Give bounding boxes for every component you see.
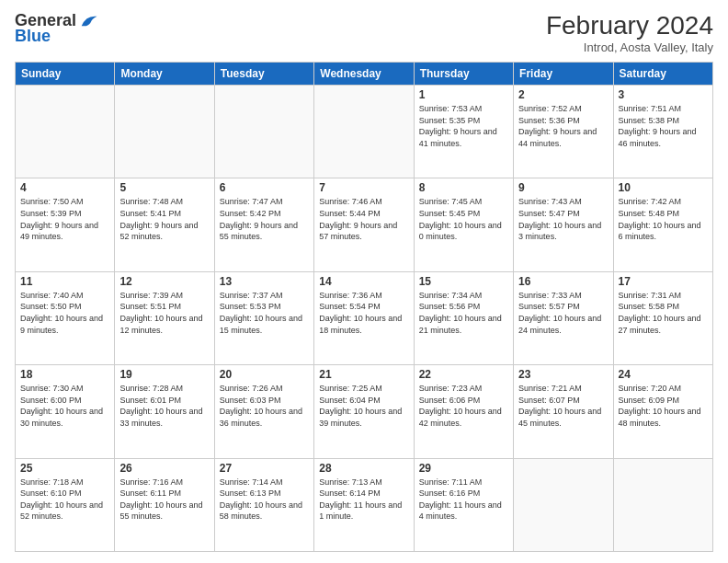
- day-info: Sunrise: 7:43 AM Sunset: 5:47 PM Dayligh…: [518, 196, 608, 242]
- day-info: Sunrise: 7:45 AM Sunset: 5:45 PM Dayligh…: [419, 196, 508, 242]
- logo-text-blue: Blue: [15, 28, 51, 46]
- day-number: 7: [319, 181, 408, 194]
- calendar-cell: 6Sunrise: 7:47 AM Sunset: 5:42 PM Daylig…: [214, 178, 313, 271]
- calendar-week-3: 11Sunrise: 7:40 AM Sunset: 5:50 PM Dayli…: [16, 271, 713, 364]
- calendar-cell: [514, 458, 613, 551]
- calendar-cell: 27Sunrise: 7:14 AM Sunset: 6:13 PM Dayli…: [214, 458, 313, 551]
- calendar-cell: 26Sunrise: 7:16 AM Sunset: 6:11 PM Dayli…: [115, 458, 214, 551]
- main-title: February 2024: [546, 11, 713, 40]
- day-info: Sunrise: 7:53 AM Sunset: 5:35 PM Dayligh…: [419, 103, 508, 149]
- calendar-cell: 2Sunrise: 7:52 AM Sunset: 5:36 PM Daylig…: [514, 86, 613, 178]
- calendar-cell: 7Sunrise: 7:46 AM Sunset: 5:44 PM Daylig…: [314, 178, 414, 271]
- calendar: Sunday Monday Tuesday Wednesday Thursday…: [15, 62, 713, 552]
- day-number: 28: [319, 462, 408, 475]
- calendar-header-row: Sunday Monday Tuesday Wednesday Thursday…: [16, 63, 713, 86]
- calendar-cell: [314, 86, 414, 178]
- calendar-cell: 11Sunrise: 7:40 AM Sunset: 5:50 PM Dayli…: [16, 271, 115, 364]
- calendar-cell: 9Sunrise: 7:43 AM Sunset: 5:47 PM Daylig…: [514, 178, 613, 271]
- day-number: 14: [319, 275, 408, 288]
- calendar-cell: 8Sunrise: 7:45 AM Sunset: 5:45 PM Daylig…: [414, 178, 513, 271]
- day-info: Sunrise: 7:48 AM Sunset: 5:41 PM Dayligh…: [119, 196, 209, 242]
- calendar-cell: 28Sunrise: 7:13 AM Sunset: 6:14 PM Dayli…: [314, 458, 414, 551]
- calendar-cell: [115, 86, 214, 178]
- calendar-cell: 12Sunrise: 7:39 AM Sunset: 5:51 PM Dayli…: [115, 271, 214, 364]
- col-sunday: Sunday: [16, 63, 115, 86]
- calendar-cell: 4Sunrise: 7:50 AM Sunset: 5:39 PM Daylig…: [16, 178, 115, 271]
- day-number: 24: [619, 368, 708, 381]
- calendar-cell: 3Sunrise: 7:51 AM Sunset: 5:38 PM Daylig…: [613, 86, 712, 178]
- calendar-cell: 13Sunrise: 7:37 AM Sunset: 5:53 PM Dayli…: [214, 271, 313, 364]
- day-number: 12: [119, 275, 209, 288]
- calendar-cell: 25Sunrise: 7:18 AM Sunset: 6:10 PM Dayli…: [16, 458, 115, 551]
- day-number: 13: [220, 275, 309, 288]
- day-info: Sunrise: 7:34 AM Sunset: 5:56 PM Dayligh…: [419, 290, 508, 336]
- day-number: 2: [518, 88, 608, 101]
- day-number: 4: [20, 181, 109, 194]
- day-number: 20: [220, 368, 309, 381]
- calendar-week-5: 25Sunrise: 7:18 AM Sunset: 6:10 PM Dayli…: [16, 458, 713, 551]
- day-number: 23: [518, 368, 608, 381]
- day-number: 25: [20, 462, 109, 475]
- day-number: 15: [419, 275, 508, 288]
- calendar-cell: 21Sunrise: 7:25 AM Sunset: 6:04 PM Dayli…: [314, 365, 414, 458]
- calendar-cell: 15Sunrise: 7:34 AM Sunset: 5:56 PM Dayli…: [414, 271, 513, 364]
- day-info: Sunrise: 7:20 AM Sunset: 6:09 PM Dayligh…: [619, 383, 708, 429]
- day-number: 29: [419, 462, 508, 475]
- calendar-cell: [613, 458, 712, 551]
- calendar-week-1: 1Sunrise: 7:53 AM Sunset: 5:35 PM Daylig…: [16, 86, 713, 178]
- header: General Blue February 2024 Introd, Aosta…: [15, 11, 713, 54]
- day-info: Sunrise: 7:16 AM Sunset: 6:11 PM Dayligh…: [119, 477, 209, 523]
- day-number: 18: [20, 368, 109, 381]
- calendar-cell: 29Sunrise: 7:11 AM Sunset: 6:16 PM Dayli…: [414, 458, 513, 551]
- day-number: 26: [119, 462, 209, 475]
- day-number: 1: [419, 88, 508, 101]
- calendar-cell: 24Sunrise: 7:20 AM Sunset: 6:09 PM Dayli…: [613, 365, 712, 458]
- day-info: Sunrise: 7:26 AM Sunset: 6:03 PM Dayligh…: [220, 383, 309, 429]
- col-saturday: Saturday: [613, 63, 712, 86]
- day-info: Sunrise: 7:13 AM Sunset: 6:14 PM Dayligh…: [319, 477, 408, 523]
- day-info: Sunrise: 7:40 AM Sunset: 5:50 PM Dayligh…: [20, 290, 109, 336]
- calendar-cell: [214, 86, 313, 178]
- day-number: 8: [419, 181, 508, 194]
- day-number: 5: [119, 181, 209, 194]
- calendar-cell: 22Sunrise: 7:23 AM Sunset: 6:06 PM Dayli…: [414, 365, 513, 458]
- day-info: Sunrise: 7:25 AM Sunset: 6:04 PM Dayligh…: [319, 383, 408, 429]
- calendar-cell: 19Sunrise: 7:28 AM Sunset: 6:01 PM Dayli…: [115, 365, 214, 458]
- calendar-week-4: 18Sunrise: 7:30 AM Sunset: 6:00 PM Dayli…: [16, 365, 713, 458]
- page: General Blue February 2024 Introd, Aosta…: [0, 0, 728, 563]
- day-number: 16: [518, 275, 608, 288]
- day-info: Sunrise: 7:33 AM Sunset: 5:57 PM Dayligh…: [518, 290, 608, 336]
- calendar-cell: 5Sunrise: 7:48 AM Sunset: 5:41 PM Daylig…: [115, 178, 214, 271]
- day-info: Sunrise: 7:47 AM Sunset: 5:42 PM Dayligh…: [220, 196, 309, 242]
- day-number: 17: [619, 275, 708, 288]
- col-thursday: Thursday: [414, 63, 513, 86]
- day-number: 3: [619, 88, 708, 101]
- calendar-cell: [16, 86, 115, 178]
- col-wednesday: Wednesday: [314, 63, 414, 86]
- calendar-cell: 20Sunrise: 7:26 AM Sunset: 6:03 PM Dayli…: [214, 365, 313, 458]
- col-friday: Friday: [514, 63, 613, 86]
- day-info: Sunrise: 7:36 AM Sunset: 5:54 PM Dayligh…: [319, 290, 408, 336]
- day-number: 10: [619, 181, 708, 194]
- col-tuesday: Tuesday: [214, 63, 313, 86]
- calendar-cell: 17Sunrise: 7:31 AM Sunset: 5:58 PM Dayli…: [613, 271, 712, 364]
- day-number: 9: [518, 181, 608, 194]
- calendar-cell: 1Sunrise: 7:53 AM Sunset: 5:35 PM Daylig…: [414, 86, 513, 178]
- day-info: Sunrise: 7:52 AM Sunset: 5:36 PM Dayligh…: [518, 103, 608, 149]
- day-number: 22: [419, 368, 508, 381]
- calendar-cell: 14Sunrise: 7:36 AM Sunset: 5:54 PM Dayli…: [314, 271, 414, 364]
- day-info: Sunrise: 7:28 AM Sunset: 6:01 PM Dayligh…: [119, 383, 209, 429]
- title-block: February 2024 Introd, Aosta Valley, Ital…: [546, 11, 713, 54]
- day-number: 6: [220, 181, 309, 194]
- calendar-cell: 16Sunrise: 7:33 AM Sunset: 5:57 PM Dayli…: [514, 271, 613, 364]
- logo: General Blue: [15, 11, 98, 46]
- day-number: 19: [119, 368, 209, 381]
- day-info: Sunrise: 7:30 AM Sunset: 6:00 PM Dayligh…: [20, 383, 109, 429]
- calendar-cell: 10Sunrise: 7:42 AM Sunset: 5:48 PM Dayli…: [613, 178, 712, 271]
- day-info: Sunrise: 7:51 AM Sunset: 5:38 PM Dayligh…: [619, 103, 708, 149]
- day-number: 27: [220, 462, 309, 475]
- day-info: Sunrise: 7:18 AM Sunset: 6:10 PM Dayligh…: [20, 477, 109, 523]
- calendar-cell: 18Sunrise: 7:30 AM Sunset: 6:00 PM Dayli…: [16, 365, 115, 458]
- day-info: Sunrise: 7:11 AM Sunset: 6:16 PM Dayligh…: [419, 477, 508, 523]
- day-info: Sunrise: 7:21 AM Sunset: 6:07 PM Dayligh…: [518, 383, 608, 429]
